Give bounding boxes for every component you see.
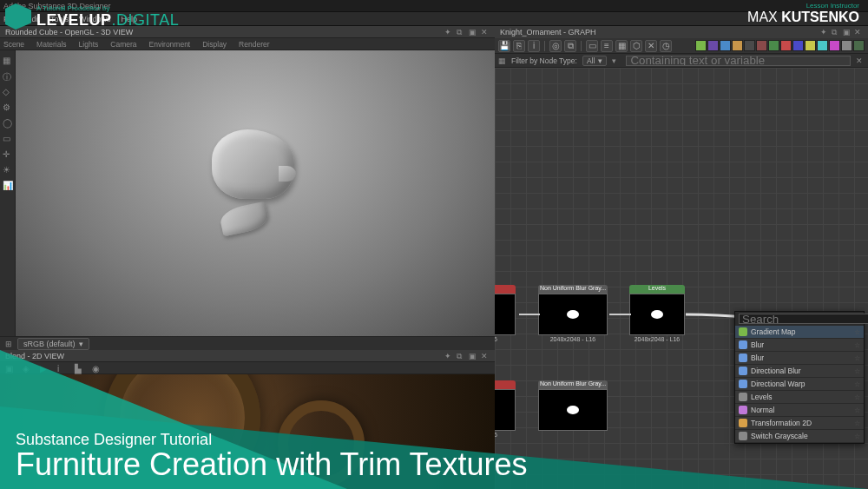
palette-swatch[interactable]: [841, 40, 852, 51]
chevron-down-icon[interactable]: ▾: [612, 56, 621, 65]
graph-color-palette[interactable]: [695, 40, 865, 51]
play-icon[interactable]: ▶: [40, 364, 49, 373]
grid-icon[interactable]: ▦: [3, 56, 13, 66]
view2d-toolbar[interactable]: ▣ ◈ ▶ i ▙ ◉: [0, 362, 495, 374]
favorite-star-icon[interactable]: ☆: [854, 393, 860, 401]
undock-icon[interactable]: ⧉: [457, 28, 465, 36]
palette-swatch[interactable]: [695, 40, 707, 51]
undock-icon[interactable]: ⧉: [832, 28, 840, 36]
search-result-item[interactable]: Directional Warp☆: [735, 378, 864, 391]
palette-swatch[interactable]: [805, 40, 816, 51]
palette-swatch[interactable]: [792, 40, 804, 51]
gear-icon[interactable]: ⚙: [3, 102, 13, 113]
view2d-header[interactable]: Blend - 2D VIEW ✦ ⧉ ▣ ✕: [0, 350, 495, 362]
node-levels[interactable]: Levels 2048x2048 - L16: [629, 285, 685, 342]
channel-icon[interactable]: ◈: [23, 364, 31, 373]
search-result-item[interactable]: Blur☆: [735, 339, 864, 352]
palette-swatch[interactable]: [720, 40, 731, 51]
info-icon[interactable]: i: [57, 364, 66, 373]
favorite-star-icon[interactable]: ☆: [854, 354, 860, 362]
clear-icon[interactable]: ✕: [856, 56, 865, 65]
palette-swatch[interactable]: [817, 40, 828, 51]
search-result-item[interactable]: Levels☆: [735, 391, 864, 404]
tab-display[interactable]: Display: [202, 40, 227, 49]
axis-icon[interactable]: ✛: [3, 149, 13, 160]
node-shape-fill[interactable]: e Fill 8 - L16: [495, 285, 516, 342]
view3d-tabs[interactable]: Scene Materials Lights Camera Environmen…: [0, 38, 495, 50]
tab-materials[interactable]: Materials: [36, 40, 66, 49]
search-result-item[interactable]: Gradient Map☆: [735, 326, 864, 339]
info-icon[interactable]: ⓘ: [3, 71, 13, 82]
histogram-icon[interactable]: ▙: [75, 364, 83, 373]
node-shape-fill-2[interactable]: e Fill 8 - L16: [495, 380, 516, 438]
link-icon[interactable]: ⧉: [564, 40, 576, 52]
crop-icon[interactable]: ▣: [5, 364, 14, 373]
sphere-icon[interactable]: ◯: [3, 118, 13, 129]
rgb-icon[interactable]: ◉: [92, 364, 101, 373]
pin-icon[interactable]: ✦: [820, 28, 829, 36]
favorite-star-icon[interactable]: ☆: [854, 341, 860, 349]
maximize-icon[interactable]: ▣: [469, 352, 477, 360]
favorite-star-icon[interactable]: ☆: [854, 328, 860, 336]
graph-header[interactable]: Knight_Ornament - GRAPH ✦ ⧉ ▣ ✕: [495, 26, 868, 38]
node-nonuniform-blur[interactable]: Non Uniform Blur Gray... 2048x2048 - L16: [538, 285, 608, 342]
palette-swatch[interactable]: [756, 40, 767, 51]
tab-lights[interactable]: Lights: [79, 40, 99, 49]
light-icon[interactable]: ☀: [3, 165, 13, 175]
palette-swatch[interactable]: [853, 40, 865, 51]
colorspace-select[interactable]: sRGB (default)▾: [17, 338, 89, 350]
node-search-popup[interactable]: ▭ ★ Gradient Map☆Blur☆Blur☆Directional B…: [734, 311, 865, 444]
view3d-viewport[interactable]: [16, 50, 495, 336]
tab-renderer[interactable]: Renderer: [239, 40, 269, 49]
search-result-item[interactable]: Blur☆: [735, 352, 864, 365]
tab-camera[interactable]: Camera: [110, 40, 136, 49]
align-icon[interactable]: ≡: [601, 40, 613, 52]
node-nonuniform-blur-2[interactable]: Non Uniform Blur Gray...: [538, 380, 608, 432]
target-icon[interactable]: ◎: [549, 40, 562, 52]
hex-icon[interactable]: ⬡: [630, 40, 642, 52]
node-search-input[interactable]: [739, 314, 868, 324]
view3d-tool-strip[interactable]: ▦ ⓘ ◇ ⚙ ◯ ▭ ✛ ☀ 📊: [0, 50, 16, 336]
copy-icon[interactable]: ⎘: [513, 40, 525, 52]
graph-icon[interactable]: 📊: [3, 181, 13, 191]
undock-icon[interactable]: ⧉: [457, 352, 465, 360]
graph-canvas[interactable]: e Fill 8 - L16 Non Uniform Blur Gray... …: [495, 68, 868, 489]
pin-icon[interactable]: ✦: [444, 352, 453, 360]
tab-environment[interactable]: Environment: [149, 40, 191, 49]
maximize-icon[interactable]: ▣: [843, 28, 852, 36]
search-result-item[interactable]: Directional Blur☆: [735, 365, 864, 378]
search-result-item[interactable]: Transformation 2D☆: [735, 417, 864, 430]
clock-icon[interactable]: ◷: [660, 40, 672, 52]
node-search-list[interactable]: Gradient Map☆Blur☆Blur☆Directional Blur☆…: [735, 326, 864, 443]
search-result-item[interactable]: Switch Grayscale☆: [735, 430, 864, 443]
graph-toolbar[interactable]: 💾 ⎘ i ◎ ⧉ ▭ ≡ ▦ ⬡ ✕ ◷: [495, 38, 868, 54]
palette-swatch[interactable]: [732, 40, 743, 51]
favorite-star-icon[interactable]: ☆: [854, 406, 860, 414]
save-icon[interactable]: 💾: [498, 40, 510, 52]
favorite-star-icon[interactable]: ☆: [854, 433, 860, 440]
graph-filter-bar[interactable]: ▦ Filter by Node Type: All ▾ ▾ ✕: [495, 54, 868, 68]
grid-icon[interactable]: ▦: [615, 40, 628, 52]
info-icon[interactable]: i: [528, 40, 540, 52]
favorite-star-icon[interactable]: ☆: [854, 367, 860, 375]
delete-icon[interactable]: ✕: [645, 40, 657, 52]
filter-type-select[interactable]: All ▾: [582, 56, 607, 66]
tab-scene[interactable]: Scene: [3, 40, 24, 49]
palette-swatch[interactable]: [707, 40, 719, 51]
favorite-star-icon[interactable]: ☆: [854, 380, 860, 388]
close-icon[interactable]: ✕: [854, 28, 863, 36]
cube-icon[interactable]: ◇: [3, 87, 13, 97]
palette-swatch[interactable]: [829, 40, 840, 51]
close-icon[interactable]: ✕: [481, 28, 490, 36]
filter-search-input[interactable]: [626, 56, 851, 66]
pin-icon[interactable]: ✦: [444, 28, 453, 36]
palette-swatch[interactable]: [744, 40, 755, 51]
maximize-icon[interactable]: ▣: [469, 28, 477, 36]
frame-icon[interactable]: ▭: [586, 40, 598, 52]
plane-icon[interactable]: ▭: [3, 134, 13, 144]
palette-swatch[interactable]: [780, 40, 792, 51]
search-result-item[interactable]: Normal☆: [735, 404, 864, 417]
favorite-star-icon[interactable]: ☆: [854, 420, 860, 427]
palette-swatch[interactable]: [768, 40, 779, 51]
close-icon[interactable]: ✕: [481, 352, 490, 360]
